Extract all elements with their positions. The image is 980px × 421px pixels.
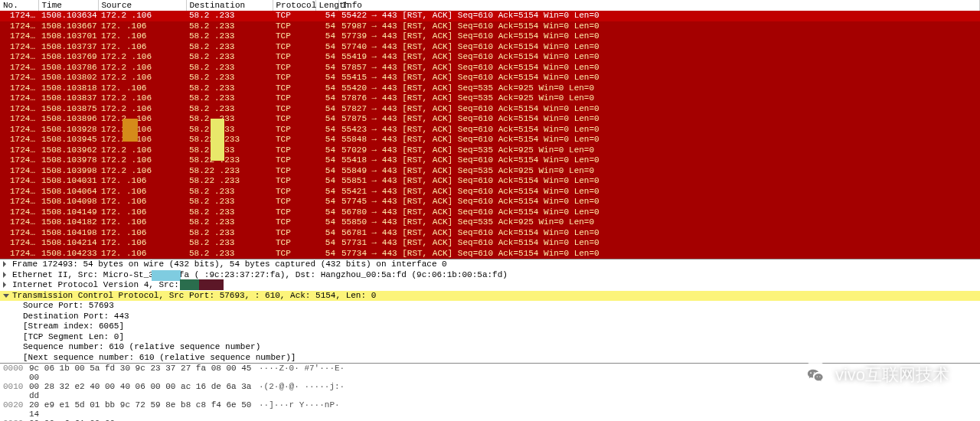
packet-row[interactable]: 1724…1508.103962172.2 .10658.2 .233TCP54… [0,145,980,156]
packet-row[interactable]: 1724…1508.103896172.2 .10658.2 .233TCP54… [0,114,980,125]
packet-row[interactable]: 1724…1508.104198172. .10658.2 .233TCP545… [0,228,980,239]
details-sub-line[interactable]: Sequence number: 610 (relative sequence … [0,342,980,353]
packet-list-table[interactable]: No. Time Source Destination Protocol Len… [0,0,980,259]
cell-destination: 58.2 .233 [186,125,273,135]
cell-info: 57734 → 443 [RST, ACK] Seq=610 Ack=5154 … [338,249,980,259]
cell-info: 55418 → 443 [RST, ACK] Seq=610 Ack=5154 … [338,155,980,166]
cell-destination: 58.2 .233 [186,21,273,32]
cell-info: 57731 → 443 [RST, ACK] Seq=610 Ack=5154 … [338,238,980,249]
column-length[interactable]: Length [315,0,338,11]
packet-row[interactable]: 1724…1508.103837172.2 .10658.2 .233TCP54… [0,93,980,104]
column-info[interactable]: Info [338,0,980,11]
packet-row[interactable]: 1724…1508.103998172.2 .10658.22 .233TCP5… [0,166,980,177]
cell-source: 172. .106 [98,21,186,32]
wechat-icon [802,361,829,389]
packet-row[interactable]: 1724…1508.103978172.2 .10658.22 .233TCP5… [0,155,980,166]
column-protocol[interactable]: Protocol [273,0,315,11]
packet-row[interactable]: 1724…1508.104064172. .10658.2 .233TCP545… [0,187,980,197]
packet-row[interactable]: 1724…1508.103802172.2 .10658.2 .233TCP54… [0,73,980,83]
cell-source: 172. .106 [98,176,186,187]
cell-info: 55422 → 443 [RST, ACK] Seq=610 Ack=5154 … [338,11,980,21]
column-no[interactable]: No. [0,0,38,11]
packet-details-pane[interactable]: Frame 172493: 54 bytes on wire (432 bits… [0,259,980,363]
packet-row[interactable]: 1724…1508.103701172. .10658.2 .233TCP545… [0,31,980,42]
details-sub-line[interactable]: [Stream index: 6065] [0,321,980,332]
cell-time: 1508.104233 [38,249,98,259]
cell-length: 54 [315,228,338,239]
cell-info: 55423 → 443 [RST, ACK] Seq=610 Ack=5154 … [338,125,980,135]
details-ip-text: Internet Protocol Version 4, Src: 3 [12,280,189,289]
cell-source: 172. .106 [98,207,186,218]
caret-icon [3,272,6,278]
cell-destination: 58.22 .233 [186,135,273,145]
details-tcp-text: Transmission Control Protocol, Src Port:… [12,291,376,300]
column-time[interactable]: Time [38,0,98,11]
cell-destination: 58.2 .233 [186,238,273,249]
cell-length: 54 [315,238,338,249]
cell-time: 1508.104198 [38,228,98,239]
cell-info: 57745 → 443 [RST, ACK] Seq=610 Ack=5154 … [338,197,980,207]
details-sub-line[interactable]: Source Port: 57693 [0,301,980,312]
cell-no: 1724… [0,145,38,156]
packet-row[interactable]: 1724…1508.104098172. .10658.2 .233TCP545… [0,197,980,207]
packet-row[interactable]: 1724…1508.104233172. .10658.2 .233TCP545… [0,249,980,259]
details-ethernet[interactable]: Ethernet II, Src: Micro-St_37:27:fa ( :9… [0,270,980,281]
cell-source: 172. .106 [98,83,186,94]
redaction-patch [180,279,201,290]
cell-length: 54 [315,63,338,73]
cell-no: 1724… [0,52,38,63]
details-frame[interactable]: Frame 172493: 54 bytes on wire (432 bits… [0,259,980,270]
cell-no: 1724… [0,42,38,53]
bytes-hex: 9c 06 1b 00 5a fd 30 9c 23 37 27 fa 08 0… [29,364,259,382]
cell-time: 1508.103978 [38,155,98,166]
packet-row[interactable]: 1724…1508.103634172.2 .10658.2 .233TCP54… [0,11,980,21]
cell-protocol: TCP [273,145,315,156]
cell-no: 1724… [0,176,38,187]
cell-info: 56781 → 443 [RST, ACK] Seq=610 Ack=5154 … [338,228,980,239]
details-sub-line[interactable]: [TCP Segment Len: 0] [0,332,980,343]
packet-row[interactable]: 1724…1508.103786172.2 .10658.2 .233TCP54… [0,63,980,73]
bytes-offset: 0010 [3,382,29,400]
bytes-row[interactable]: 002020 e9 e1 5d 01 bb 9c 72 59 8e b8 c8 … [0,400,980,419]
packet-row[interactable]: 1724…1508.104031172. .10658.22 .233TCP54… [0,176,980,187]
column-source[interactable]: Source [98,0,186,11]
cell-destination: 58.2 .233 [186,31,273,42]
cell-source: 172.2 .106 [98,166,186,177]
cell-destination: 58.2 .233 [186,228,273,239]
details-ip[interactable]: Internet Protocol Version 4, Src: 3 [0,280,980,291]
cell-info: 55849 → 443 [RST, ACK] Seq=535 Ack=925 W… [338,166,980,177]
cell-protocol: TCP [273,114,315,125]
packet-list-header[interactable]: No. Time Source Destination Protocol Len… [0,0,980,11]
cell-protocol: TCP [273,238,315,249]
details-sub-line[interactable]: Destination Port: 443 [0,312,980,322]
cell-info: 55848 → 443 [RST, ACK] Seq=610 Ack=5154 … [338,135,980,145]
cell-source: 172.2 .106 [98,125,186,135]
redaction-patch [122,119,138,142]
packet-row[interactable]: 1724…1508.103928172.2 .10658.2 .233TCP54… [0,125,980,135]
cell-no: 1724… [0,155,38,166]
redaction-patch [211,119,224,161]
packet-row[interactable]: 1724…1508.103667172. .10658.2 .233TCP545… [0,21,980,32]
cell-info: 57857 → 443 [RST, ACK] Seq=610 Ack=5154 … [338,63,980,73]
packet-row[interactable]: 1724…1508.103945172.2 .10658.22 .233TCP5… [0,135,980,145]
packet-row[interactable]: 1724…1508.104214172. .10658.2 .233TCP545… [0,238,980,249]
cell-source: 172.2 .106 [98,73,186,83]
cell-info: 57827 → 443 [RST, ACK] Seq=610 Ack=5154 … [338,104,980,115]
packet-row[interactable]: 1724…1508.103769172.2 .10658.2 .233TCP54… [0,52,980,63]
cell-length: 54 [315,207,338,218]
packet-row[interactable]: 1724…1508.103737172. .10658.2 .233TCP545… [0,42,980,53]
cell-time: 1508.103928 [38,125,98,135]
details-frame-text: Frame 172493: 54 bytes on wire (432 bits… [12,259,447,269]
cell-time: 1508.103737 [38,42,98,53]
cell-no: 1724… [0,21,38,32]
packet-row[interactable]: 1724…1508.103875172.2 .10658.2 .233TCP54… [0,104,980,115]
packet-row[interactable]: 1724…1508.104149172. .10658.2 .233TCP545… [0,207,980,218]
cell-protocol: TCP [273,42,315,53]
details-tcp[interactable]: Transmission Control Protocol, Src Port:… [0,291,980,302]
packet-row[interactable]: 1724…1508.104182172. .10658.2 .233TCP545… [0,217,980,228]
cell-time: 1508.104064 [38,187,98,197]
cell-protocol: TCP [273,228,315,239]
packet-row[interactable]: 1724…1508.103818172. .10658.2 .233TCP545… [0,83,980,94]
column-destination[interactable]: Destination [186,0,273,11]
cell-protocol: TCP [273,93,315,104]
